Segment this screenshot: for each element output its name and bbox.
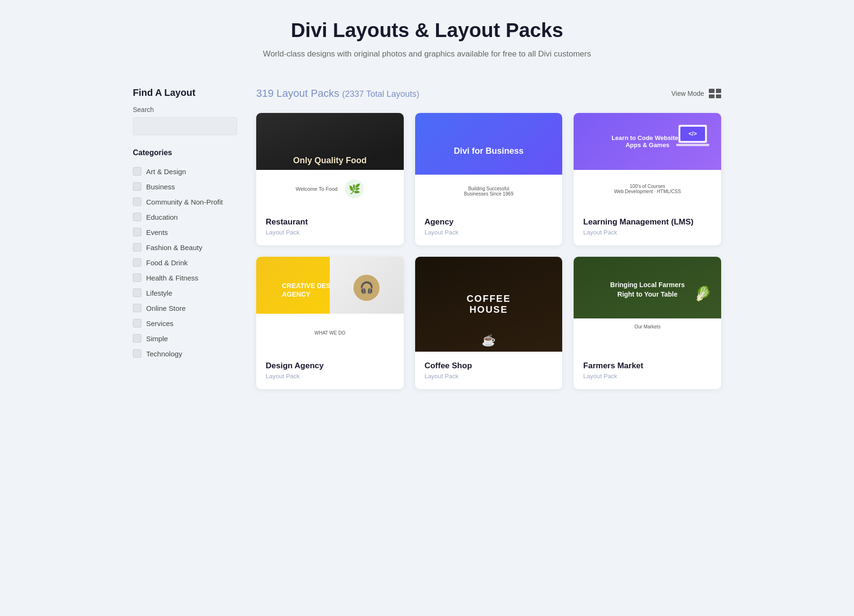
sidebar-title: Find A Layout (133, 87, 237, 98)
card-subtitle: Layout Pack (425, 229, 553, 236)
svg-rect-3 (676, 144, 709, 146)
checkbox-art-design[interactable] (133, 167, 141, 176)
card-body-coffee: Coffee Shop Layout Pack (415, 352, 563, 389)
card-body-farmers: Farmers Market Layout Pack (574, 352, 721, 389)
card-body-design-agency: Design Agency Layout Pack (256, 352, 404, 389)
checkbox-services[interactable] (133, 319, 141, 327)
card-coffee-shop[interactable]: ☕ Coffee Shop Layout Pack (415, 257, 563, 389)
page-title: Divi Layouts & Layout Packs (133, 19, 721, 42)
category-label: Online Store (146, 304, 186, 312)
content-area: Find A Layout Search Categories Art & De… (133, 87, 721, 389)
sidebar-item-technology[interactable]: Technology (133, 346, 237, 361)
card-image-design-agency: 🎧 WHAT WE DO (256, 257, 404, 352)
checkbox-health-fitness[interactable] (133, 273, 141, 282)
search-label: Search (133, 106, 237, 113)
restaurant-bottom-preview: Welcome To Food 🌿 (256, 170, 404, 208)
card-subtitle: Layout Pack (425, 373, 553, 380)
plant-icon: 🌿 (345, 179, 364, 198)
card-body-agency: Agency Layout Pack (415, 208, 563, 245)
category-label: Community & Non-Profit (146, 198, 223, 206)
view-mode-button[interactable]: View Mode (671, 89, 721, 98)
card-title: Design Agency (266, 361, 394, 371)
card-farmers-market[interactable]: Our Markets 🥬 Farmers Market Layout Pack (574, 257, 721, 389)
checkbox-simple[interactable] (133, 334, 141, 343)
sidebar-item-events[interactable]: Events (133, 224, 237, 240)
checkbox-technology[interactable] (133, 349, 141, 358)
layout-grid: Welcome To Food 🌿 Restaurant Layout Pack… (256, 113, 721, 389)
category-label: Fashion & Beauty (146, 243, 202, 252)
category-label: Art & Design (146, 168, 186, 176)
sidebar-item-community-nonprofit[interactable]: Community & Non-Profit (133, 194, 237, 209)
card-image-farmers: Our Markets 🥬 (574, 257, 721, 352)
category-label: Services (146, 319, 174, 327)
sidebar-item-services[interactable]: Services (133, 316, 237, 331)
category-label: Technology (146, 350, 182, 358)
sidebar-item-online-store[interactable]: Online Store (133, 300, 237, 316)
headphones-icon: 🎧 (353, 275, 380, 301)
card-image-coffee: ☕ (415, 257, 563, 352)
card-subtitle: Layout Pack (583, 229, 712, 236)
lms-bottom-preview: 100's of CoursesWeb Development · HTML/C… (574, 170, 721, 208)
card-title: Coffee Shop (425, 361, 553, 371)
main-header: 319 Layout Packs (2337 Total Layouts) Vi… (256, 87, 721, 100)
card-body-restaurant: Restaurant Layout Pack (256, 208, 404, 245)
card-image-lms: </> 100's of CoursesWeb Development · HT… (574, 113, 721, 208)
sidebar-item-business[interactable]: Business (133, 179, 237, 194)
sidebar-item-education[interactable]: Education (133, 209, 237, 224)
card-design-agency[interactable]: 🎧 WHAT WE DO Design Agency Layout Pack (256, 257, 404, 389)
sidebar-item-lifestyle[interactable]: Lifestyle (133, 285, 237, 300)
category-label: Simple (146, 335, 168, 343)
card-title: Agency (425, 217, 553, 227)
category-label: Food & Drink (146, 259, 188, 267)
sidebar: Find A Layout Search Categories Art & De… (133, 87, 237, 361)
category-label: Events (146, 228, 168, 236)
checkbox-online-store[interactable] (133, 304, 141, 312)
agency-bottom-preview: Building SuccessfulBusinesses Since 1969 (415, 175, 563, 208)
card-subtitle: Layout Pack (266, 229, 394, 236)
sidebar-item-art-design[interactable]: Art & Design (133, 164, 237, 179)
card-body-lms: Learning Management (LMS) Layout Pack (574, 208, 721, 245)
checkbox-business[interactable] (133, 182, 141, 191)
card-title: Farmers Market (583, 361, 712, 371)
card-agency[interactable]: Building SuccessfulBusinesses Since 1969… (415, 113, 563, 245)
sidebar-item-simple[interactable]: Simple (133, 331, 237, 346)
coffee-icon: ☕ (482, 334, 496, 347)
categories-title: Categories (133, 149, 237, 157)
checkbox-fashion-beauty[interactable] (133, 243, 141, 252)
card-title: Learning Management (LMS) (583, 217, 712, 227)
category-label: Business (146, 183, 175, 191)
card-image-restaurant: Welcome To Food 🌿 (256, 113, 404, 208)
page-subtitle: World-class designs with original photos… (133, 49, 721, 59)
checkbox-events[interactable] (133, 228, 141, 236)
layout-count: 319 Layout Packs (2337 Total Layouts) (256, 87, 419, 100)
card-lms[interactable]: </> 100's of CoursesWeb Development · HT… (574, 113, 721, 245)
card-subtitle: Layout Pack (266, 373, 394, 380)
laptop-icon: </> (674, 122, 712, 151)
sidebar-item-food-drink[interactable]: Food & Drink (133, 255, 237, 270)
sidebar-item-fashion-beauty[interactable]: Fashion & Beauty (133, 240, 237, 255)
card-subtitle: Layout Pack (583, 373, 712, 380)
card-image-agency: Building SuccessfulBusinesses Since 1969 (415, 113, 563, 208)
design-agency-bottom-preview: WHAT WE DO (256, 314, 404, 352)
sidebar-item-health-fitness[interactable]: Health & Fitness (133, 270, 237, 285)
checkbox-food-drink[interactable] (133, 258, 141, 267)
vegetable-icon: 🥬 (694, 285, 712, 302)
card-title: Restaurant (266, 217, 394, 227)
category-label: Health & Fitness (146, 274, 198, 282)
category-label: Education (146, 213, 178, 221)
farmers-bottom-preview: Our Markets (574, 318, 721, 352)
grid-view-icon (709, 89, 721, 98)
view-mode-label: View Mode (671, 90, 704, 97)
main-content: 319 Layout Packs (2337 Total Layouts) Vi… (256, 87, 721, 389)
page-header: Divi Layouts & Layout Packs World-class … (133, 19, 721, 59)
checkbox-education[interactable] (133, 213, 141, 221)
svg-text:</>: </> (688, 131, 696, 137)
category-label: Lifestyle (146, 289, 172, 297)
checkbox-lifestyle[interactable] (133, 289, 141, 297)
card-restaurant[interactable]: Welcome To Food 🌿 Restaurant Layout Pack (256, 113, 404, 245)
categories-list: Art & Design Business Community & Non-Pr… (133, 164, 237, 361)
search-input[interactable] (133, 117, 237, 135)
checkbox-community-nonprofit[interactable] (133, 197, 141, 206)
